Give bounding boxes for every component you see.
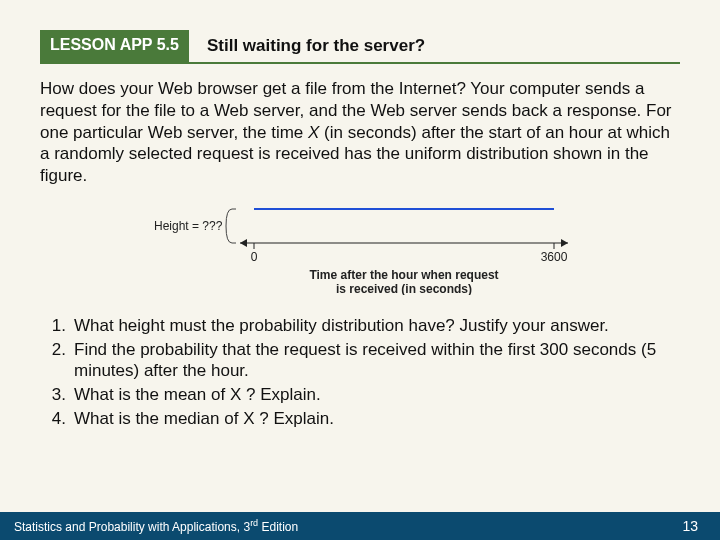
- question-number: 1.: [40, 315, 74, 337]
- list-item: 4. What is the median of X ? Explain.: [40, 408, 680, 430]
- svg-text:is received (in seconds): is received (in seconds): [336, 282, 472, 295]
- list-item: 1. What height must the probability dist…: [40, 315, 680, 337]
- lesson-title: Still waiting for the server?: [189, 30, 425, 62]
- question-text: Find the probability that the request is…: [74, 339, 680, 383]
- svg-text:Time after the hour when reque: Time after the hour when request: [309, 268, 498, 282]
- svg-text:Height = ???: Height = ???: [154, 219, 223, 233]
- body-paragraph: How does your Web browser get a file fro…: [40, 78, 680, 187]
- svg-text:3600: 3600: [541, 250, 568, 264]
- footer-text: Statistics and Probability with Applicat…: [14, 518, 298, 534]
- page-number: 13: [682, 518, 698, 534]
- question-list: 1. What height must the probability dist…: [40, 315, 680, 430]
- question-text: What is the median of X ? Explain.: [74, 408, 680, 430]
- question-number: 2.: [40, 339, 74, 383]
- question-text: What height must the probability distrib…: [74, 315, 680, 337]
- list-item: 3. What is the mean of X ? Explain.: [40, 384, 680, 406]
- svg-text:0: 0: [251, 250, 258, 264]
- slide-footer: Statistics and Probability with Applicat…: [0, 512, 720, 540]
- list-item: 2. Find the probability that the request…: [40, 339, 680, 383]
- question-number: 4.: [40, 408, 74, 430]
- footer-text-b: Edition: [258, 520, 298, 534]
- uniform-distribution-figure: Height = ???03600Time after the hour whe…: [150, 195, 570, 295]
- footer-sup: rd: [250, 518, 258, 528]
- footer-text-a: Statistics and Probability with Applicat…: [14, 520, 250, 534]
- lesson-header: LESSON APP 5.5 Still waiting for the ser…: [40, 30, 680, 64]
- question-text: What is the mean of X ? Explain.: [74, 384, 680, 406]
- figure-container: Height = ???03600Time after the hour whe…: [40, 195, 680, 295]
- question-number: 3.: [40, 384, 74, 406]
- variable-x: X: [308, 123, 319, 142]
- lesson-badge: LESSON APP 5.5: [40, 30, 189, 62]
